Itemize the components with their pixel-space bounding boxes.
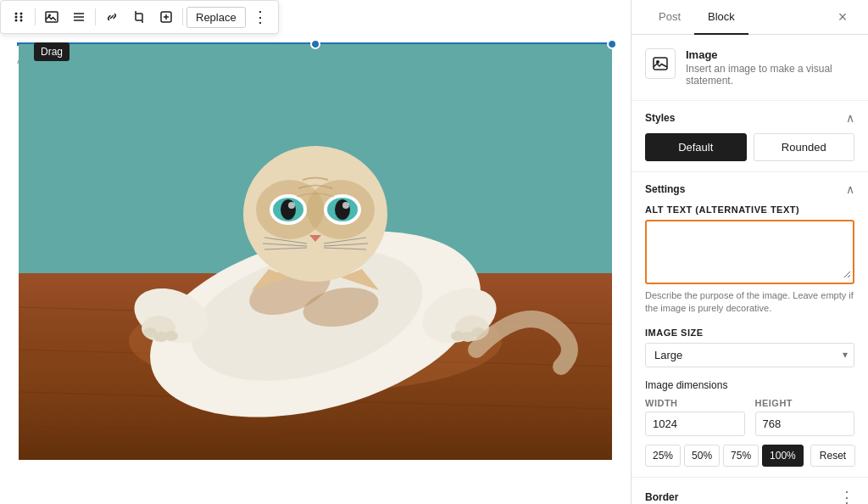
border-section: Border ⋮ px — [632, 478, 868, 504]
toolbar-divider-1 — [35, 8, 36, 25]
dimensions-label: Image dimensions — [645, 379, 854, 391]
image-block: Add caption — [0, 0, 631, 504]
toolbar-divider-3 — [182, 8, 183, 25]
height-field: HEIGHT — [755, 398, 855, 436]
svg-point-3 — [20, 16, 23, 19]
svg-rect-57 — [654, 58, 667, 70]
image-wrapper[interactable] — [17, 42, 614, 46]
alt-text-wrapper — [645, 220, 854, 284]
styles-section-header: Styles ∧ — [645, 111, 854, 125]
styles-section: Styles ∧ Default Rounded — [632, 101, 868, 172]
image-size-label: IMAGE SIZE — [645, 328, 854, 338]
resize-handle-right[interactable] — [607, 39, 617, 49]
svg-point-35 — [281, 199, 296, 220]
svg-point-0 — [15, 13, 18, 15]
settings-section-header: Settings ∧ — [645, 182, 854, 196]
alt-text-input[interactable] — [648, 223, 851, 278]
height-label: HEIGHT — [755, 398, 855, 408]
image-size-select-wrapper: Thumbnail Medium Large Full Size ▾ — [645, 343, 854, 367]
sidebar: Post Block × Image Insert an image to ma… — [631, 0, 868, 504]
settings-section: Settings ∧ ALT TEXT (ALTERNATIVE TEXT) D… — [632, 172, 868, 478]
cat-image — [19, 44, 612, 460]
settings-toggle[interactable]: ∧ — [846, 182, 854, 196]
image-size-select[interactable]: Thumbnail Medium Large Full Size — [645, 343, 854, 367]
width-input[interactable] — [645, 412, 745, 436]
alt-text-label: ALT TEXT (ALTERNATIVE TEXT) — [645, 204, 854, 215]
more-options-button[interactable]: ⋮ — [248, 4, 273, 30]
block-toolbar: Replace ⋮ — [0, 0, 279, 34]
block-title: Image — [686, 48, 854, 61]
border-more-btn[interactable]: ⋮ — [839, 488, 855, 504]
svg-point-5 — [20, 20, 23, 22]
style-rounded-btn[interactable]: Rounded — [754, 133, 855, 161]
resize-handle-bottom[interactable] — [310, 39, 320, 49]
svg-rect-11 — [136, 14, 142, 20]
width-label: WIDTH — [645, 398, 745, 408]
svg-point-56 — [451, 331, 465, 341]
image-icon-btn[interactable] — [39, 4, 64, 30]
pct-75-btn[interactable]: 75% — [723, 445, 759, 467]
crop-icon-btn[interactable] — [126, 4, 152, 30]
replace-button[interactable]: Replace — [186, 7, 246, 28]
dimensions-row: WIDTH HEIGHT — [645, 398, 854, 436]
percent-buttons: 25% 50% 75% 100% Reset — [645, 445, 854, 467]
tab-block[interactable]: Block — [694, 0, 748, 35]
tab-group: Post Block — [645, 0, 748, 34]
border-section-header: Border ⋮ — [645, 488, 854, 504]
align-icon-btn[interactable] — [66, 4, 92, 30]
svg-point-39 — [335, 199, 350, 220]
block-description: Insert an image to make a visual stateme… — [686, 63, 854, 87]
alt-text-hint: Describe the purpose of the image. Leave… — [645, 289, 854, 316]
block-info-text: Image Insert an image to make a visual s… — [686, 48, 854, 87]
drag-tooltip: Drag — [34, 42, 70, 61]
drag-handle[interactable] — [6, 4, 31, 30]
styles-toggle[interactable]: ∧ — [846, 111, 854, 125]
tab-post[interactable]: Post — [645, 0, 694, 35]
badge-icon-btn[interactable] — [153, 4, 179, 30]
svg-point-4 — [15, 20, 18, 22]
block-info: Image Insert an image to make a visual s… — [632, 35, 868, 101]
pct-25-btn[interactable]: 25% — [645, 445, 681, 467]
pct-100-btn[interactable]: 100% — [762, 445, 804, 467]
svg-point-2 — [15, 16, 18, 19]
style-buttons: Default Rounded — [645, 133, 854, 161]
sidebar-tabs: Post Block × — [632, 0, 868, 35]
svg-point-40 — [342, 202, 349, 209]
svg-point-36 — [288, 202, 295, 209]
link-icon-btn[interactable] — [99, 4, 125, 30]
svg-point-51 — [164, 331, 178, 341]
border-title: Border — [645, 491, 678, 503]
editor-area: Replace ⋮ Drag — [0, 0, 631, 504]
width-field: WIDTH — [645, 398, 745, 436]
height-input[interactable] — [755, 412, 855, 436]
settings-title: Settings — [645, 183, 685, 195]
sidebar-close-button[interactable]: × — [831, 5, 854, 29]
block-icon — [645, 48, 676, 79]
pct-50-btn[interactable]: 50% — [684, 445, 720, 467]
toolbar-divider-2 — [95, 8, 96, 25]
styles-title: Styles — [645, 112, 675, 124]
svg-point-1 — [20, 13, 23, 15]
reset-dimensions-btn[interactable]: Reset — [810, 445, 855, 467]
style-default-btn[interactable]: Default — [645, 133, 747, 161]
